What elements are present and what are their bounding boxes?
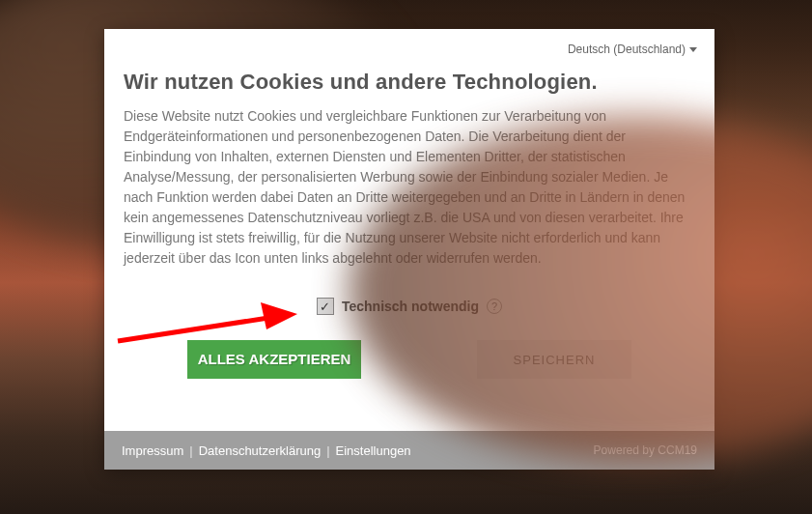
- help-icon[interactable]: ?: [487, 299, 502, 314]
- footer-link-impressum[interactable]: Impressum: [122, 443, 183, 458]
- modal-footer: Impressum | Datenschutzerklärung | Einst…: [104, 431, 714, 470]
- language-label: Deutsch (Deutschland): [568, 43, 686, 56]
- accept-all-button[interactable]: ALLES AKZEPTIEREN: [187, 340, 361, 379]
- powered-by: Powered by CCM19: [594, 443, 697, 457]
- modal-description: Diese Website nutzt Cookies und vergleic…: [124, 106, 695, 269]
- footer-link-datenschutz[interactable]: Datenschutzerklärung: [199, 443, 321, 458]
- footer-separator: |: [189, 443, 192, 458]
- footer-link-einstellungen[interactable]: Einstellungen: [336, 443, 411, 458]
- button-row: ALLES AKZEPTIEREN SPEICHERN: [124, 340, 695, 379]
- necessary-checkbox[interactable]: ✓: [317, 298, 334, 315]
- footer-links: Impressum | Datenschutzerklärung | Einst…: [122, 443, 411, 458]
- necessary-label: Technisch notwendig: [342, 299, 479, 314]
- cookie-consent-modal: Deutsch (Deutschland) Wir nutzen Cookies…: [104, 29, 714, 470]
- necessary-cookies-row: ✓ Technisch notwendig ?: [124, 298, 695, 315]
- footer-separator: |: [326, 443, 329, 458]
- save-button[interactable]: SPEICHERN: [477, 340, 631, 379]
- background-image: Deutsch (Deutschland) Wir nutzen Cookies…: [0, 0, 812, 514]
- modal-body: Deutsch (Deutschland) Wir nutzen Cookies…: [104, 29, 714, 431]
- chevron-down-icon: [689, 47, 697, 52]
- language-selector[interactable]: Deutsch (Deutschland): [568, 43, 697, 56]
- modal-title: Wir nutzen Cookies und andere Technologi…: [124, 70, 695, 95]
